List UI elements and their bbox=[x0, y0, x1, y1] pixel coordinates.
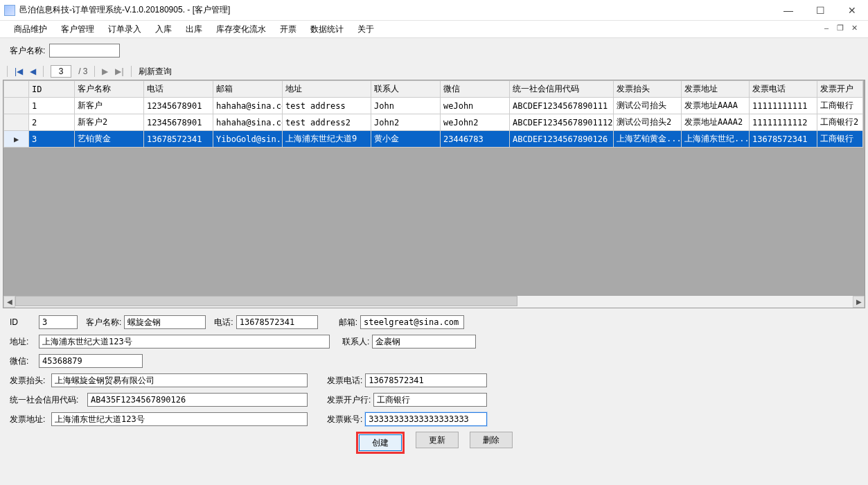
col-inv-bank[interactable]: 发票开户 bbox=[817, 81, 863, 98]
cell-addr[interactable]: 上海浦东世纪大道9 bbox=[283, 131, 371, 148]
mdi-restore-button[interactable]: ❐ bbox=[833, 24, 847, 33]
cell-inv_tel[interactable]: 13678572341 bbox=[750, 131, 817, 148]
col-addr[interactable]: 地址 bbox=[283, 81, 371, 98]
menu-about[interactable]: 关于 bbox=[351, 21, 381, 37]
wx-field[interactable] bbox=[39, 354, 143, 368]
customer-grid[interactable]: ID 客户名称 电话 邮箱 地址 联系人 微信 统一社会信用代码 发票抬头 发票… bbox=[3, 80, 865, 308]
pager-current-input[interactable] bbox=[51, 65, 71, 78]
name-field[interactable] bbox=[124, 315, 206, 329]
delete-button[interactable]: 删除 bbox=[470, 432, 513, 448]
cell-inv_head[interactable]: 上海艺铂黄金... bbox=[614, 131, 682, 148]
cell-inv_bank[interactable]: 工商银行2 bbox=[817, 114, 863, 131]
wx-label: 微信: bbox=[10, 355, 39, 367]
cell-wx[interactable]: 23446783 bbox=[441, 131, 510, 148]
pager-first-button[interactable]: |◀ bbox=[15, 67, 23, 76]
cell-inv_addr[interactable]: 发票地址AAAA2 bbox=[682, 114, 750, 131]
menu-stats[interactable]: 数据统计 bbox=[303, 21, 351, 37]
cell-id[interactable]: 3 bbox=[29, 131, 75, 148]
menu-product[interactable]: 商品维护 bbox=[7, 21, 54, 37]
cell-inv_tel[interactable]: 11111111111 bbox=[750, 98, 817, 114]
cell-inv_addr[interactable]: 上海浦东世纪... bbox=[682, 131, 750, 148]
cell-tel[interactable]: 13678572341 bbox=[144, 131, 213, 148]
cell-id[interactable]: 2 bbox=[29, 114, 75, 131]
cell-inv_bank[interactable]: 工商银行 bbox=[817, 131, 863, 148]
pager-last-button[interactable]: ▶| bbox=[115, 67, 123, 76]
addr-field[interactable] bbox=[39, 335, 330, 349]
scroll-left-icon[interactable]: ◀ bbox=[3, 296, 15, 308]
customer-name-search-input[interactable] bbox=[49, 44, 120, 58]
inv-bank-field[interactable] bbox=[373, 393, 487, 407]
cell-contact[interactable]: John2 bbox=[371, 114, 441, 131]
pager-refresh-button[interactable]: 刷新查询 bbox=[139, 66, 172, 78]
col-id[interactable]: ID bbox=[29, 81, 75, 98]
cell-tel[interactable]: 12345678901 bbox=[144, 98, 213, 114]
tel-field[interactable] bbox=[236, 315, 318, 329]
cell-code[interactable]: ABCDEF1234567890111 bbox=[510, 98, 614, 114]
cell-inv_head[interactable]: 测试公司抬头2 bbox=[614, 114, 682, 131]
cell-contact[interactable]: John bbox=[371, 98, 441, 114]
cell-addr[interactable]: test address2 bbox=[283, 114, 371, 131]
menu-invoice[interactable]: 开票 bbox=[273, 21, 303, 37]
cell-wx[interactable]: weJohn2 bbox=[441, 114, 510, 131]
id-field[interactable] bbox=[39, 315, 78, 329]
grid-horizontal-scrollbar[interactable]: ◀ ▶ bbox=[3, 296, 865, 308]
inv-addr-field[interactable] bbox=[51, 412, 308, 426]
pager-next-button[interactable]: ▶ bbox=[102, 67, 108, 76]
col-inv-addr[interactable]: 发票地址 bbox=[682, 81, 750, 98]
scroll-right-icon[interactable]: ▶ bbox=[853, 296, 865, 308]
cell-addr[interactable]: test address bbox=[283, 98, 371, 114]
cell-contact[interactable]: 黄小金 bbox=[371, 131, 441, 148]
mail-field[interactable] bbox=[360, 315, 464, 329]
table-row[interactable]: ▶3艺铂黄金13678572341YiboGold@sin...上海浦东世纪大道… bbox=[4, 131, 863, 148]
col-wx[interactable]: 微信 bbox=[441, 81, 510, 98]
inv-acct-field[interactable] bbox=[365, 412, 487, 426]
create-button[interactable]: 创建 bbox=[359, 434, 402, 451]
update-button[interactable]: 更新 bbox=[416, 432, 459, 448]
contact-field[interactable] bbox=[372, 335, 476, 349]
col-contact[interactable]: 联系人 bbox=[371, 81, 441, 98]
table-row[interactable]: 1新客户12345678901hahaha@sina.comtest addre… bbox=[4, 98, 863, 114]
search-strip: 客户名称: bbox=[0, 38, 868, 63]
cell-mail[interactable]: hahaha@sina.com bbox=[213, 98, 283, 114]
row-indicator bbox=[4, 98, 29, 114]
mdi-minimize-button[interactable]: – bbox=[820, 24, 833, 32]
cell-name[interactable]: 新客户 bbox=[75, 98, 144, 114]
cell-inv_addr[interactable]: 发票地址AAAA bbox=[682, 98, 750, 114]
cell-inv_bank[interactable]: 工商银行 bbox=[817, 98, 863, 114]
menu-inventory-log[interactable]: 库存变化流水 bbox=[209, 21, 273, 37]
mdi-close-button[interactable]: ✕ bbox=[847, 24, 861, 33]
col-inv-head[interactable]: 发票抬头 bbox=[614, 81, 682, 98]
col-code[interactable]: 统一社会信用代码 bbox=[510, 81, 614, 98]
col-tel[interactable]: 电话 bbox=[144, 81, 213, 98]
cell-mail[interactable]: YiboGold@sin... bbox=[213, 131, 283, 148]
menu-stock-out[interactable]: 出库 bbox=[179, 21, 209, 37]
col-inv-tel[interactable]: 发票电话 bbox=[750, 81, 817, 98]
id-label: ID bbox=[10, 317, 39, 327]
inv-addr-label: 发票地址: bbox=[10, 414, 51, 425]
title-bar: 邑泊信息科技-订单管理系统-V.1.0.20180905. - [客户管理] —… bbox=[0, 0, 868, 21]
code-field[interactable] bbox=[87, 393, 308, 407]
menu-stock-in[interactable]: 入库 bbox=[148, 21, 179, 37]
col-mail[interactable]: 邮箱 bbox=[213, 81, 283, 98]
table-row[interactable]: 2新客户212345678901hahaha@sina.comtest addr… bbox=[4, 114, 863, 131]
col-name[interactable]: 客户名称 bbox=[75, 81, 144, 98]
close-button[interactable]: ✕ bbox=[836, 0, 868, 21]
cell-code[interactable]: ABCDEF12345678901112 bbox=[510, 114, 614, 131]
cell-inv_tel[interactable]: 11111111112 bbox=[750, 114, 817, 131]
cell-name[interactable]: 艺铂黄金 bbox=[75, 131, 144, 148]
minimize-button[interactable]: — bbox=[772, 0, 804, 21]
cell-code[interactable]: ABCDEF1234567890126 bbox=[510, 131, 614, 148]
cell-name[interactable]: 新客户2 bbox=[75, 114, 144, 131]
inv-head-field[interactable] bbox=[51, 373, 308, 387]
scroll-thumb[interactable] bbox=[15, 296, 517, 306]
cell-mail[interactable]: hahaha@sina.com bbox=[213, 114, 283, 131]
cell-inv_head[interactable]: 测试公司抬头 bbox=[614, 98, 682, 114]
cell-wx[interactable]: weJohn bbox=[441, 98, 510, 114]
menu-order-entry[interactable]: 订单录入 bbox=[101, 21, 148, 37]
maximize-button[interactable]: ☐ bbox=[804, 0, 836, 21]
pager-prev-button[interactable]: ◀ bbox=[30, 67, 36, 76]
cell-tel[interactable]: 12345678901 bbox=[144, 114, 213, 131]
inv-tel-field[interactable] bbox=[365, 373, 487, 387]
menu-customer[interactable]: 客户管理 bbox=[54, 21, 101, 37]
cell-id[interactable]: 1 bbox=[29, 98, 75, 114]
